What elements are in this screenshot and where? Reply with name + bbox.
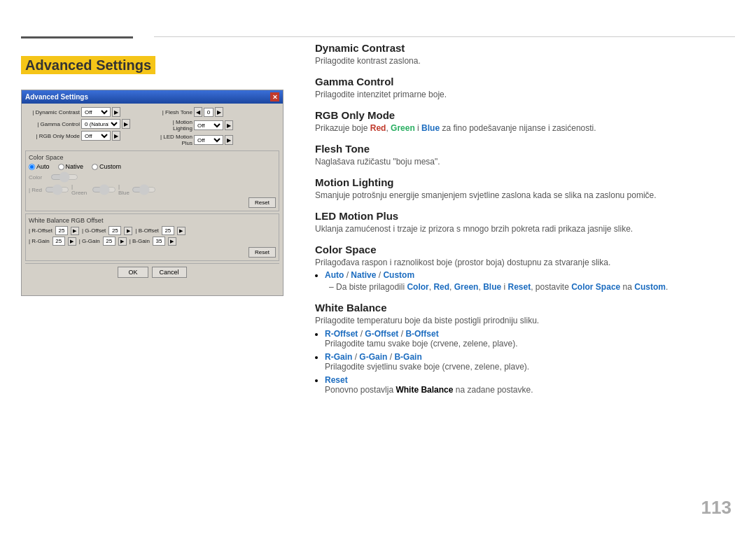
rgb-only-select[interactable]: Off: [81, 131, 111, 141]
color-sliders: [50, 173, 78, 181]
section-flesh-tone: Flesh Tone Naglašava ružičastu "boju mes…: [315, 143, 732, 167]
dynamic-contrast-right-btn[interactable]: ▶: [112, 107, 120, 117]
color-space-bullets: Auto / Native / Custom: [315, 270, 732, 280]
section-desc-gamma: Prilagodite intenzitet primarne boje.: [315, 90, 732, 99]
section-desc-color-space: Prilagođava raspon i raznolikost boje (p…: [315, 258, 732, 267]
dialog-color-space-group: Color Space Auto Native Custom Color: [25, 150, 279, 211]
color-space-custom[interactable]: Custom: [92, 163, 121, 170]
dialog-row-motion-lighting: | Motion Lighting Off ▶: [154, 119, 279, 132]
section-desc-flesh: Naglašava ružičastu "boju mesa".: [315, 157, 732, 167]
flesh-tone-left-btn[interactable]: ◀: [194, 107, 202, 117]
color-space-bullet-1: Auto / Native / Custom: [325, 270, 732, 280]
blue-slider: [132, 185, 156, 194]
dialog-top-rows: | Dynamic Contrast Off ▶ | Gamma Control…: [25, 107, 279, 148]
section-title-rgb: RGB Only Mode: [315, 109, 732, 121]
section-title-gamma: Gamma Control: [315, 76, 732, 87]
page-title: Advanced Settings: [21, 57, 155, 73]
section-title-led: LED Motion Plus: [315, 210, 732, 222]
section-white-balance: White Balance Prilagodite temperaturu bo…: [315, 302, 732, 395]
dialog-row-flesh: | Flesh Tone ◀ 0 ▶: [154, 107, 279, 117]
motion-lighting-right-btn[interactable]: ▶: [225, 120, 233, 130]
dialog-left-col: | Dynamic Contrast Off ▶ | Gamma Control…: [25, 107, 150, 148]
color-space-auto[interactable]: Auto: [29, 163, 50, 170]
dialog-screenshot: Advanced Settings ✕ | Dynamic Contrast O…: [21, 90, 284, 296]
section-motion-lighting: Motion Lighting Smanjuje potrošnju energ…: [315, 176, 732, 200]
green-slider: [92, 185, 116, 194]
wb-row-2: | R-Gain 25 ▶ | G-Gain 25 ▶ | B-Gain 35 …: [29, 237, 276, 246]
wb-bullet-3: Reset Ponovno postavlja White Balance na…: [325, 375, 732, 395]
color-slider: [50, 173, 78, 181]
section-title-color-space: Color Space: [315, 244, 732, 255]
content-area: Dynamic Contrast Prilagodite kontrast za…: [315, 42, 732, 499]
rgb-sliders-row: | Red | Green | Blue: [29, 183, 276, 196]
color-inputs-row: Color: [29, 173, 276, 181]
dialog-body: | Dynamic Contrast Off ▶ | Gamma Control…: [22, 104, 283, 284]
section-title-dynamic: Dynamic Contrast: [315, 42, 732, 54]
section-desc-dynamic: Prilagodite kontrast zaslona.: [315, 56, 732, 66]
g-offset-right-btn[interactable]: ▶: [124, 227, 132, 235]
red-slider: [45, 185, 69, 194]
wb-row-1: | R-Offset 25 ▶ | G-Offset 25 ▶ | B-Offs…: [29, 226, 276, 235]
color-space-radios: Auto Native Custom: [29, 163, 276, 170]
section-desc-motion-lighting: Smanjuje potrošnju energije smanjenjem s…: [315, 190, 732, 200]
color-reset-button[interactable]: Reset: [248, 197, 276, 208]
sidebar-accent-bar: [21, 36, 133, 38]
color-reset-row: Reset: [29, 197, 276, 208]
section-desc-rgb: Prikazuje boje Red, Green i Blue za fino…: [315, 123, 732, 133]
gamma-control-select[interactable]: 0 (Natural): [81, 119, 120, 129]
dialog-ok-button[interactable]: OK: [118, 267, 148, 278]
dialog-row-gamma: | Gamma Control 0 (Natural) ▶: [25, 119, 150, 129]
section-title-white-balance: White Balance: [315, 302, 732, 314]
color-space-native[interactable]: Native: [58, 163, 84, 170]
section-title-motion-lighting: Motion Lighting: [315, 176, 732, 188]
b-offset-right-btn[interactable]: ▶: [177, 227, 186, 235]
dialog-close-button[interactable]: ✕: [270, 92, 279, 101]
dialog-wb-group: White Balance RGB Offset | R-Offset 25 ▶…: [25, 213, 279, 261]
page-number: 113: [701, 497, 732, 519]
section-gamma-control: Gamma Control Prilagodite intenzitet pri…: [315, 76, 732, 99]
dialog-row-rgb: | RGB Only Mode Off ▶: [25, 131, 150, 141]
color-space-dash: – Da biste prilagodili Color, Red, Green…: [329, 282, 732, 292]
g-gain-right-btn[interactable]: ▶: [118, 237, 127, 246]
rgb-only-right-btn[interactable]: ▶: [112, 131, 120, 141]
dialog-cancel-button[interactable]: Cancel: [152, 267, 187, 278]
dialog-buttons: OK Cancel: [25, 263, 279, 281]
white-balance-bullets: R-Offset / G-Offset / B-Offset Prilagodi…: [315, 329, 732, 395]
section-title-flesh: Flesh Tone: [315, 143, 732, 155]
wb-bullet-2: R-Gain / G-Gain / B-Gain Prilagodite svj…: [325, 352, 732, 372]
section-desc-white-balance: Prilagodite temperaturu boje da biste po…: [315, 316, 732, 325]
section-desc-led: Uklanja zamućenost i trzaje iz prizora s…: [315, 224, 732, 234]
dialog-row-dynamic: | Dynamic Contrast Off ▶: [25, 107, 150, 117]
section-dynamic-contrast: Dynamic Contrast Prilagodite kontrast za…: [315, 42, 732, 66]
wb-reset-row: Reset: [29, 247, 276, 258]
section-color-space: Color Space Prilagođava raspon i raznoli…: [315, 244, 732, 292]
section-led-motion-plus: LED Motion Plus Uklanja zamućenost i trz…: [315, 210, 732, 234]
b-gain-right-btn[interactable]: ▶: [168, 237, 176, 246]
dialog-row-led: | LED Motion Plus Off ▶: [154, 134, 279, 146]
wb-reset-button[interactable]: Reset: [248, 247, 276, 258]
wb-bullet-1: R-Offset / G-Offset / B-Offset Prilagodi…: [325, 329, 732, 349]
flesh-tone-right-btn[interactable]: ▶: [215, 107, 223, 117]
led-motion-select[interactable]: Off: [194, 135, 223, 145]
dialog-titlebar: Advanced Settings ✕: [22, 90, 283, 104]
gamma-control-right-btn[interactable]: ▶: [122, 119, 130, 129]
r-gain-right-btn[interactable]: ▶: [68, 237, 76, 246]
dialog-right-col: | Flesh Tone ◀ 0 ▶ | Motion Lighting Off…: [154, 107, 279, 148]
top-divider: [154, 36, 735, 37]
dynamic-contrast-select[interactable]: Off: [81, 107, 111, 117]
r-offset-right-btn[interactable]: ▶: [71, 227, 79, 235]
motion-lighting-select[interactable]: Off: [194, 120, 223, 130]
section-rgb-only-mode: RGB Only Mode Prikazuje boje Red, Green …: [315, 109, 732, 133]
led-motion-right-btn[interactable]: ▶: [225, 135, 233, 145]
